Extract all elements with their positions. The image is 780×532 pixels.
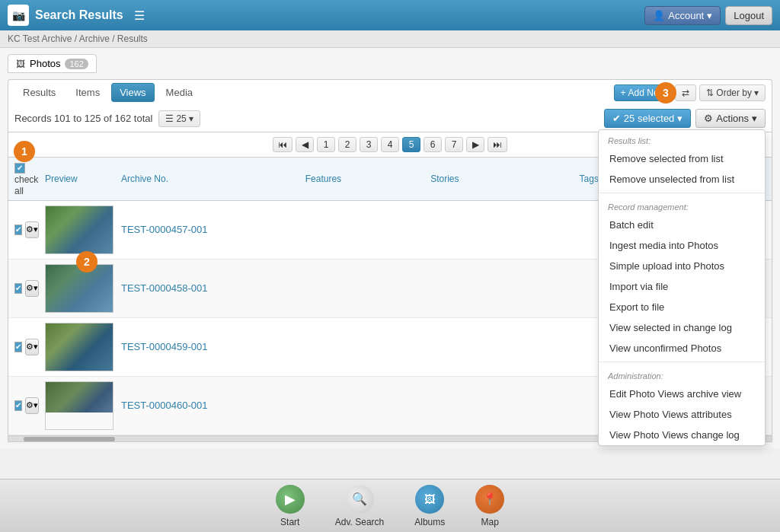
page-5-button[interactable]: 5 [402, 137, 420, 152]
row-3-archive-no[interactable]: TEST-0000459-001 [121, 341, 298, 352]
check-all-cell: ✔ check all [14, 161, 37, 196]
administration-section-label: Administration: [599, 365, 765, 384]
batch-edit-item[interactable]: Batch edit [599, 215, 765, 235]
plus-icon: + [621, 88, 626, 98]
tab-results[interactable]: Results [14, 83, 64, 102]
row-2-archive-no[interactable]: TEST-0000458-001 [121, 282, 298, 294]
actions-button[interactable]: ⚙ Actions ▾ [695, 109, 766, 128]
albums-icon: 🖼 [415, 485, 444, 514]
remove-selected-item[interactable]: Remove selected from list [599, 148, 765, 169]
view-tabs-left: Results Items Views Media [14, 83, 201, 102]
row-3-preview [45, 323, 113, 371]
per-page-label: 25 [176, 113, 186, 124]
selected-label: 25 selected [624, 113, 675, 124]
app-title: Search Results [35, 8, 123, 22]
row-4-actions-button[interactable]: ⚙▾ [25, 397, 39, 414]
view-unconfirmed-item[interactable]: View unconfirmed Photos [599, 338, 765, 358]
first-page-button[interactable]: ⏮ [273, 137, 292, 152]
page-4-button[interactable]: 4 [381, 137, 399, 152]
photos-tab[interactable]: 🖼 Photos 162 [8, 54, 97, 73]
photos-tab-label: Photos [30, 58, 60, 69]
check-icon: ✔ [612, 113, 621, 124]
next-page-button[interactable]: ▶ [466, 137, 484, 152]
row-3-checkbox[interactable]: ✔ [14, 342, 22, 352]
last-page-button[interactable]: ⏭ [488, 137, 507, 152]
scroll-thumb[interactable] [24, 437, 115, 441]
row-3-checkbox-cell: ✔ ⚙▾ [14, 339, 37, 355]
order-by-button[interactable]: ⇅ Order by ▾ [699, 84, 766, 101]
view-change-log-item[interactable]: View selected in change log [599, 317, 765, 338]
tab-views[interactable]: Views [111, 83, 154, 102]
nav-left: 📷 Search Results ☰ [8, 5, 145, 26]
row-2-preview [45, 264, 113, 313]
remove-unselected-item[interactable]: Remove unselected from list [599, 169, 765, 190]
chevron-down-icon: ▾ [754, 88, 759, 98]
row-1-image [46, 206, 113, 254]
page-3-button[interactable]: 3 [360, 137, 378, 152]
toolbar-left: Records 101 to 125 of 162 total ☰ 25 ▾ [14, 110, 200, 127]
view-attributes-item[interactable]: View Photo Views attributes [599, 404, 765, 425]
row-2-image [46, 265, 113, 313]
start-button[interactable]: ▶ Start [276, 485, 305, 527]
top-navigation: 📷 Search Results ☰ 👤 Account ▾ Logout [0, 0, 780, 30]
ingest-media-item[interactable]: Ingest media into Photos [599, 235, 765, 256]
hamburger-icon[interactable]: ☰ [134, 8, 145, 23]
row-1-checkbox-cell: ✔ ⚙▾ [14, 221, 37, 238]
search-icon: 🔍 [345, 485, 374, 514]
page-7-button[interactable]: 7 [445, 137, 463, 152]
nav-right: 👤 Account ▾ Logout [644, 6, 772, 25]
bottom-bar: ▶ Start 🔍 Adv. Search 🖼 Albums 📍 Map [0, 479, 780, 532]
toolbar-row: Records 101 to 125 of 162 total ☰ 25 ▾ ✔… [8, 105, 772, 132]
start-icon: ▶ [276, 485, 305, 514]
archive-no-header: Archive No. [121, 174, 298, 184]
toolbar-right: ✔ 25 selected ▾ ⚙ Actions ▾ Results list… [604, 109, 766, 128]
account-button[interactable]: 👤 Account ▾ [644, 6, 721, 25]
albums-button[interactable]: 🖼 Albums [414, 485, 445, 527]
row-1-actions-button[interactable]: ⚙▾ [25, 221, 39, 238]
gear-icon: ⚙ [704, 113, 713, 124]
tab-media[interactable]: Media [158, 83, 201, 102]
chevron-down-icon: ▾ [189, 113, 193, 124]
simple-upload-item[interactable]: Simple upload into Photos [599, 256, 765, 276]
start-label: Start [280, 517, 299, 527]
add-new-button[interactable]: + Add New [614, 84, 673, 101]
import-file-item[interactable]: Import via file [599, 276, 765, 297]
breadcrumb: KC Test Archive / Archive / Results [0, 30, 780, 48]
row-4-archive-no[interactable]: TEST-0000460-001 [121, 400, 298, 411]
per-page-button[interactable]: ☰ 25 ▾ [158, 110, 200, 127]
row-4-checkbox[interactable]: ✔ [14, 400, 22, 411]
chevron-down-icon: ▾ [677, 113, 682, 124]
view-tabs-right: + Add New ⇄ ⇅ Order by ▾ [614, 84, 766, 101]
page-1-button[interactable]: 1 [317, 137, 335, 152]
prev-page-button[interactable]: ◀ [296, 137, 314, 152]
row-2-actions-button[interactable]: ⚙▾ [25, 280, 39, 297]
row-3-image [46, 323, 113, 371]
row-1-preview [45, 205, 113, 254]
export-file-item[interactable]: Export to file [599, 297, 765, 317]
view-change-log2-item[interactable]: View Photo Views change log [599, 425, 765, 445]
list-icon: ☰ [165, 113, 174, 124]
row-1-archive-no[interactable]: TEST-0000457-001 [121, 224, 298, 235]
actions-dropdown-menu: Results list: Remove selected from list … [598, 129, 766, 446]
selected-button[interactable]: ✔ 25 selected ▾ [604, 109, 692, 128]
edit-archive-view-item[interactable]: Edit Photo Views archive view [599, 384, 765, 404]
check-all-checkbox[interactable]: ✔ [14, 163, 25, 174]
adv-search-label: Adv. Search [335, 517, 384, 527]
main-content: 🖼 Photos 162 Results Items Views Media +… [0, 48, 780, 448]
map-icon: 📍 [475, 485, 504, 514]
adv-search-button[interactable]: 🔍 Adv. Search [335, 485, 384, 527]
row-1-checkbox[interactable]: ✔ [14, 225, 22, 235]
row-3-actions-button[interactable]: ⚙▾ [25, 339, 39, 355]
map-button[interactable]: 📍 Map [475, 485, 504, 527]
logout-button[interactable]: Logout [725, 6, 772, 25]
page-2-button[interactable]: 2 [338, 137, 356, 152]
row-2-checkbox[interactable]: ✔ [14, 283, 22, 294]
tab-items[interactable]: Items [67, 83, 108, 102]
shuffle-button[interactable]: ⇄ [675, 84, 696, 101]
actions-dropdown-container: ⚙ Actions ▾ Results list: Remove selecte… [695, 109, 766, 128]
user-icon: 👤 [653, 10, 665, 21]
features-header: Features [305, 174, 423, 184]
divider-1 [599, 193, 765, 193]
preview-header: Preview [45, 174, 113, 184]
page-6-button[interactable]: 6 [424, 137, 442, 152]
